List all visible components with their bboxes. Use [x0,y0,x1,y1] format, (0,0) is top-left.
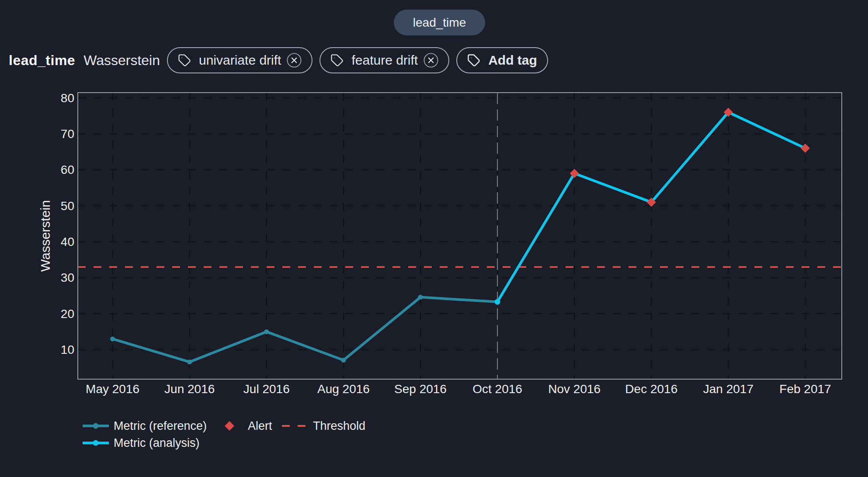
y-tick-label: 70 [61,127,74,141]
legend-diamond-swatch [225,421,234,431]
legend-item-alert[interactable]: Alert [225,419,272,432]
legend-dot-swatch [93,440,99,446]
legend-label: Alert [248,419,272,432]
alert-marker [801,144,810,153]
y-tick-label: 10 [61,343,74,356]
x-tick-label: Jun 2016 [164,382,215,396]
legend-item-metric-reference-[interactable]: Metric (reference) [83,419,207,432]
x-tick-label: Sep 2016 [394,382,447,396]
y-tick-label: 60 [61,163,74,176]
series-marker-reference [187,359,192,364]
x-tick-label: Oct 2016 [472,382,522,396]
y-tick-label: 80 [61,91,74,105]
legend-item-metric-analysis-[interactable]: Metric (analysis) [83,436,200,449]
series-marker-reference [264,329,269,334]
plot-frame [78,93,842,379]
x-tick-label: Feb 2017 [779,382,831,396]
x-tick-label: Jan 2017 [703,382,753,396]
legend-dot-swatch [93,423,99,429]
y-axis-title: Wasserstein [38,200,52,272]
legend-label: Threshold [313,419,365,432]
series-marker-reference [110,336,115,341]
series-marker-analysis [495,299,500,305]
y-tick-label: 20 [61,307,74,321]
chart-legend: Metric (reference)AlertThresholdMetric (… [83,419,365,449]
y-tick-label: 40 [61,235,74,249]
legend-item-threshold[interactable]: Threshold [282,419,365,432]
x-tick-label: Nov 2016 [548,382,601,396]
series-line-reference [113,297,498,362]
x-tick-label: May 2016 [86,382,139,396]
gridlines [78,93,842,379]
drift-chart: 1020304050607080May 2016Jun 2016Jul 2016… [0,0,868,477]
series-marker-reference [341,358,346,363]
legend-label: Metric (reference) [114,419,207,432]
x-tick-label: Aug 2016 [317,382,370,396]
series-marker-reference [418,295,423,300]
y-tick-label: 50 [61,199,74,213]
y-tick-label: 30 [61,271,74,284]
x-tick-label: Jul 2016 [243,382,290,396]
x-tick-label: Dec 2016 [625,382,677,396]
legend-label: Metric (analysis) [114,436,200,449]
